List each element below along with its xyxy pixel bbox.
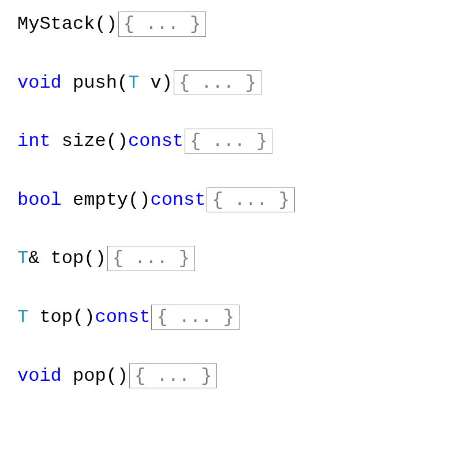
code-token: push( [62, 72, 128, 93]
code-token: const [150, 189, 205, 211]
code-token: T [17, 248, 28, 269]
code-token: bool [17, 189, 62, 211]
code-token: size() [51, 130, 128, 152]
code-token: pop() [62, 365, 128, 387]
code-fold-indicator[interactable]: { ... } [129, 363, 217, 389]
code-token: T [17, 306, 28, 328]
code-token: () [95, 13, 117, 35]
code-fold-indicator[interactable]: { ... } [174, 70, 261, 96]
code-line: T top()const{ ... } [17, 305, 436, 330]
code-token: T [128, 72, 139, 93]
code-line: T& top(){ ... } [17, 246, 436, 271]
code-line: int size()const{ ... } [17, 129, 436, 154]
code-token: const [95, 306, 150, 328]
code-fold-indicator[interactable]: { ... } [207, 188, 294, 213]
code-fold-indicator[interactable]: { ... } [185, 129, 272, 154]
code-token: void [17, 365, 62, 387]
code-token: void [17, 72, 62, 93]
code-token: MyStack [17, 13, 95, 35]
code-fold-indicator[interactable]: { ... } [107, 246, 195, 271]
code-line: bool empty()const{ ... } [17, 188, 436, 213]
code-token: empty() [62, 189, 151, 211]
code-line: void push(T v){ ... } [17, 70, 436, 96]
code-token: v) [139, 72, 173, 93]
code-token: const [128, 130, 184, 152]
code-block: MyStack(){ ... }void push(T v){ ... }int… [17, 12, 436, 388]
code-token: int [17, 130, 51, 152]
code-token: top() [28, 306, 95, 328]
code-line: MyStack(){ ... } [17, 12, 436, 37]
code-fold-indicator[interactable]: { ... } [151, 305, 239, 330]
code-token: & top() [28, 248, 106, 269]
code-fold-indicator[interactable]: { ... } [118, 12, 206, 37]
code-line: void pop(){ ... } [17, 363, 436, 389]
